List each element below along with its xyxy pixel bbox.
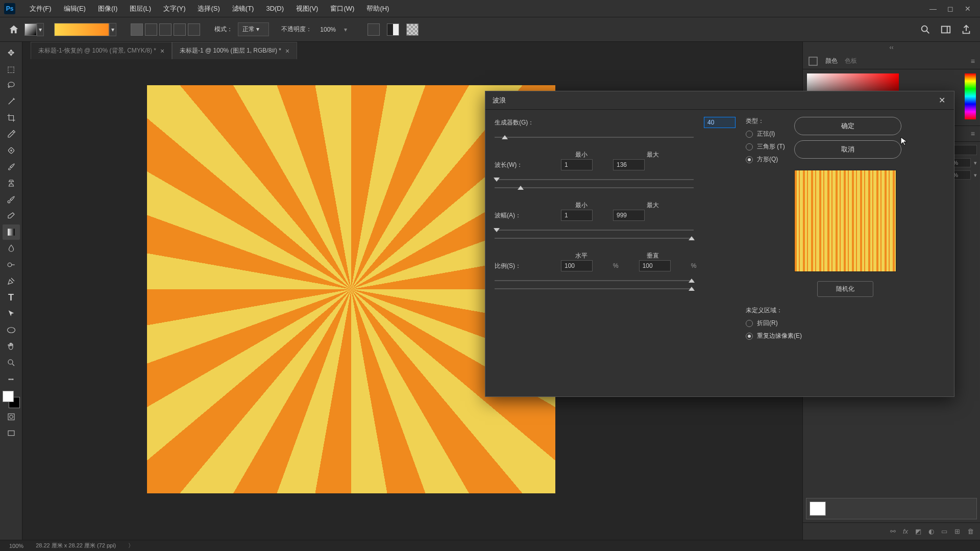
- menu-help[interactable]: 帮助(H): [360, 1, 395, 16]
- tab-close-1[interactable]: ×: [160, 47, 164, 55]
- tab-doc-2[interactable]: 未标题-1 @ 100% (图层 1, RGB/8#) * ×: [172, 42, 297, 59]
- menu-view[interactable]: 视图(V): [290, 1, 324, 16]
- scale-vert-input[interactable]: [639, 260, 671, 271]
- shape-tool-icon[interactable]: [3, 322, 20, 338]
- scale-vert-slider[interactable]: [495, 285, 694, 293]
- gradient-picker-dropdown[interactable]: ▾: [37, 23, 44, 36]
- gradient-tool-icon[interactable]: [24, 23, 37, 36]
- eyedropper-tool-icon[interactable]: [3, 127, 20, 142]
- workspace-icon[interactable]: [940, 24, 951, 35]
- dialog-close-icon[interactable]: ✕: [937, 95, 947, 106]
- home-icon[interactable]: [8, 24, 19, 35]
- collapse-panels-icon[interactable]: ‹‹: [803, 42, 980, 53]
- menu-edit[interactable]: 编辑(E): [58, 1, 92, 16]
- panel-menu-icon[interactable]: ≡: [971, 57, 975, 65]
- amplitude-min-slider[interactable]: [495, 226, 694, 234]
- marquee-tool-icon[interactable]: ⬚: [3, 61, 20, 77]
- text-tool-icon[interactable]: T: [3, 290, 20, 305]
- edit-toolbar-icon[interactable]: •••: [3, 371, 20, 387]
- mode-select[interactable]: 正常 ▾: [238, 22, 269, 36]
- quickmask-icon[interactable]: [3, 409, 20, 424]
- dialog-titlebar[interactable]: 波浪 ✕: [485, 91, 954, 110]
- generators-slider[interactable]: [495, 133, 694, 141]
- tab-doc-1[interactable]: 未标题-1-恢复的 @ 100% (背景, CMYK/8) * ×: [31, 42, 172, 59]
- gradient-preview[interactable]: [54, 23, 109, 36]
- amplitude-max-input[interactable]: [613, 210, 645, 221]
- panel-menu-icon-2[interactable]: ≡: [971, 130, 975, 138]
- reverse-icon[interactable]: [368, 23, 380, 36]
- path-select-tool-icon[interactable]: [3, 306, 20, 321]
- layer-mask-icon[interactable]: ◩: [915, 528, 921, 535]
- history-brush-tool-icon[interactable]: [3, 192, 20, 207]
- transparency-icon[interactable]: [406, 23, 419, 36]
- minimize-icon[interactable]: —: [929, 5, 937, 13]
- tab-close-2[interactable]: ×: [285, 47, 289, 55]
- menu-filter[interactable]: 滤镜(T): [226, 1, 260, 16]
- status-docinfo[interactable]: 28.22 厘米 x 28.22 厘米 (72 ppi): [36, 542, 116, 549]
- menu-3d[interactable]: 3D(D): [260, 2, 290, 15]
- clone-tool-icon[interactable]: [3, 176, 20, 191]
- type-square-radio[interactable]: 方形(Q): [746, 155, 785, 164]
- wavelength-min-slider[interactable]: [495, 176, 694, 184]
- healing-tool-icon[interactable]: [3, 143, 20, 158]
- menu-type[interactable]: 文字(Y): [157, 1, 191, 16]
- group-icon[interactable]: ▭: [941, 528, 947, 535]
- gradient-diamond-icon[interactable]: [188, 23, 200, 36]
- menu-window[interactable]: 窗口(W): [324, 1, 360, 16]
- gradient-angle-icon[interactable]: [159, 23, 172, 36]
- scale-horiz-slider[interactable]: [495, 277, 694, 285]
- magic-wand-tool-icon[interactable]: [3, 94, 20, 109]
- color-swatches[interactable]: [3, 391, 20, 408]
- layer-row[interactable]: [806, 498, 977, 519]
- close-icon[interactable]: ✕: [964, 5, 972, 13]
- layer-fx-icon[interactable]: fx: [903, 528, 908, 535]
- wavelength-max-input[interactable]: [613, 159, 645, 170]
- eraser-tool-icon[interactable]: [3, 208, 20, 223]
- gradient-tool-icon[interactable]: [3, 224, 20, 240]
- undef-wrap-radio[interactable]: 折回(R): [746, 319, 945, 328]
- move-tool-icon[interactable]: ✥: [3, 45, 20, 60]
- amplitude-max-slider[interactable]: [495, 234, 694, 242]
- gradient-preset-dropdown[interactable]: ▾: [109, 23, 116, 36]
- menu-layer[interactable]: 图层(L): [124, 1, 157, 16]
- ok-button[interactable]: 确定: [794, 117, 901, 135]
- gradient-linear-icon[interactable]: [131, 23, 143, 36]
- menu-image[interactable]: 图像(I): [92, 1, 124, 16]
- brush-tool-icon[interactable]: [3, 159, 20, 174]
- menu-select[interactable]: 选择(S): [191, 1, 226, 16]
- dither-icon[interactable]: [387, 23, 399, 36]
- adjustment-layer-icon[interactable]: ◐: [928, 528, 934, 535]
- color-tab[interactable]: 颜色: [825, 57, 838, 65]
- share-icon[interactable]: [961, 24, 972, 35]
- screenmode-icon[interactable]: [3, 425, 20, 441]
- link-layers-icon[interactable]: ⚯: [890, 528, 896, 535]
- zoom-tool-icon[interactable]: [3, 355, 20, 370]
- amplitude-min-input[interactable]: [561, 210, 593, 221]
- opacity-value[interactable]: 100%: [317, 25, 339, 34]
- wavelength-max-slider[interactable]: [495, 184, 694, 192]
- type-sine-radio[interactable]: 正弦(I): [746, 130, 785, 138]
- hand-tool-icon[interactable]: [3, 339, 20, 354]
- blur-tool-icon[interactable]: [3, 241, 20, 256]
- gradient-reflected-icon[interactable]: [174, 23, 186, 36]
- undef-repeat-radio[interactable]: 重复边缘像素(E): [746, 332, 945, 340]
- dodge-tool-icon[interactable]: [3, 257, 20, 272]
- pen-tool-icon[interactable]: [3, 273, 20, 289]
- delete-layer-icon[interactable]: 🗑: [967, 528, 974, 535]
- swatches-tab[interactable]: 色板: [845, 57, 857, 65]
- cancel-button[interactable]: 取消: [794, 140, 901, 159]
- randomize-button[interactable]: 随机化: [817, 281, 873, 297]
- scale-horiz-input[interactable]: [561, 260, 593, 271]
- new-layer-icon[interactable]: ⊞: [954, 528, 960, 535]
- crop-tool-icon[interactable]: [3, 110, 20, 126]
- status-zoom[interactable]: 100%: [9, 543, 23, 549]
- panel-icon[interactable]: [808, 56, 818, 66]
- search-icon[interactable]: [920, 24, 931, 35]
- lasso-tool-icon[interactable]: [3, 78, 20, 93]
- menu-file[interactable]: 文件(F): [23, 1, 58, 16]
- maximize-icon[interactable]: ◻: [946, 5, 954, 13]
- wavelength-min-input[interactable]: [561, 159, 593, 170]
- gradient-radial-icon[interactable]: [145, 23, 157, 36]
- hue-slider[interactable]: [965, 73, 976, 119]
- status-arrow[interactable]: 〉: [128, 542, 134, 549]
